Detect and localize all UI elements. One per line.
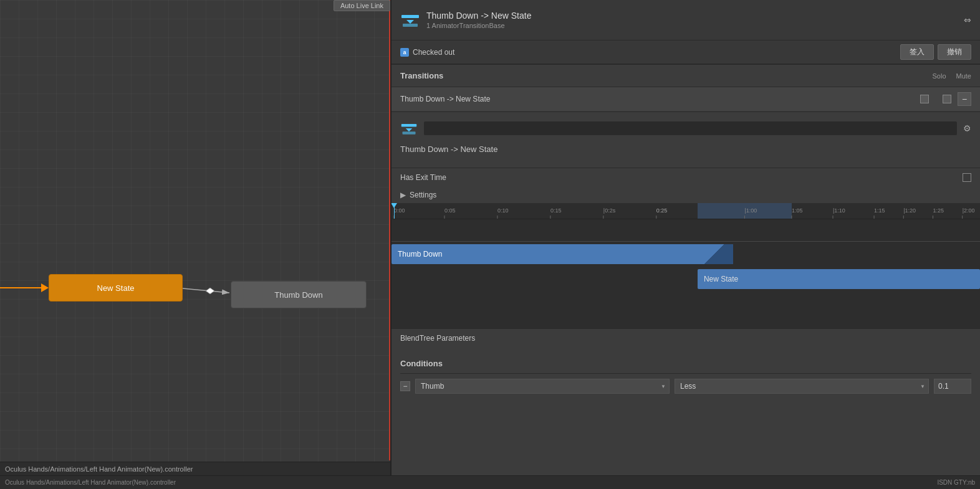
conditions-section: Conditions − Thumb Less	[392, 353, 980, 400]
transition-row-label: Thumb Down -> New State	[400, 95, 490, 103]
bottom-path: Oculus Hands/Animations/Left Hand Animat…	[5, 479, 176, 486]
svg-rect-5	[403, 24, 418, 27]
svg-rect-8	[403, 131, 416, 134]
checkout-status-icon: a	[400, 48, 409, 57]
auto-live-link-button[interactable]: Auto Live Link	[334, 0, 390, 11]
inspector-panel: Thumb Down -> New State 1 AnimatorTransi…	[392, 0, 980, 475]
settings-label: Settings	[410, 191, 436, 199]
entry-line	[0, 287, 41, 288]
transition-detail-section: ⚙ Thumb Down -> New State	[392, 112, 980, 168]
collapse-icon[interactable]: ⇔	[964, 15, 971, 25]
playhead-triangle	[392, 203, 397, 208]
timeline-content: Thumb Down New State	[392, 219, 980, 328]
new-state-block[interactable]: New State	[698, 269, 980, 289]
transitions-title: Transitions	[400, 71, 443, 80]
svg-marker-7	[406, 128, 413, 131]
transition-icon-svg	[400, 10, 420, 30]
checked-out-left: a Checked out	[400, 48, 454, 57]
animator-graph-panel: Auto Live Link	[0, 0, 392, 475]
mute-label: Mute	[956, 72, 971, 80]
transition-detail-icon	[400, 120, 418, 137]
condition-param-dropdown-wrap: Thumb	[415, 379, 670, 394]
connection-svg	[0, 0, 390, 460]
node-new-state[interactable]: New State	[49, 274, 183, 301]
timeline-guide-line	[392, 241, 980, 242]
condition-type-select[interactable]: Less	[675, 379, 929, 394]
global-bottom-bar: Oculus Hands/Animations/Left Hand Animat…	[0, 475, 980, 489]
svg-marker-4	[406, 20, 414, 24]
animator-canvas: Auto Live Link	[0, 0, 390, 460]
inspector-header-left: Thumb Down -> New State 1 AnimatorTransi…	[400, 10, 531, 30]
conditions-header: Conditions	[400, 353, 971, 374]
condition-value-input[interactable]	[934, 379, 971, 394]
has-exit-time-row: Has Exit Time	[392, 168, 980, 187]
transition-detail-label: Thumb Down -> New State	[400, 145, 971, 154]
entry-arrow	[0, 283, 49, 292]
solo-checkbox[interactable]	[920, 95, 929, 103]
remove-condition-button[interactable]: −	[400, 381, 410, 391]
checked-out-buttons: 签入 撤销	[900, 44, 971, 60]
transition-detail-header: ⚙	[400, 120, 971, 137]
svg-rect-6	[401, 124, 417, 126]
node-thumb-down[interactable]: Thumb Down	[231, 281, 367, 308]
svg-line-1	[183, 288, 229, 293]
blend-tree-title: BlendTree Parameters	[400, 334, 971, 343]
mute-checkbox[interactable]	[943, 95, 951, 103]
timeline-ruler: 0:00 0:05 0:10 0:15 |0:2s 0:25 |1:00 1:0…	[392, 203, 980, 219]
bottom-status-bar: Oculus Hands/Animations/Left Hand Animat…	[0, 462, 392, 475]
transitions-col-labels: Solo Mute	[933, 72, 972, 80]
transition-list-row[interactable]: Thumb Down -> New State −	[392, 87, 980, 112]
inspector-title: Thumb Down -> New State	[426, 11, 531, 21]
transitions-header: Transitions Solo Mute	[392, 65, 980, 87]
checked-out-bar: a Checked out 签入 撤销	[392, 40, 980, 64]
solo-label: Solo	[933, 72, 946, 80]
condition-param-select[interactable]: Thumb	[415, 379, 670, 394]
timeline-playhead[interactable]	[394, 203, 395, 219]
bottom-status: ISDN GTY:nb	[937, 479, 975, 486]
entry-arrowhead	[41, 283, 49, 292]
has-exit-time-label: Has Exit Time	[400, 173, 446, 182]
red-separator-line	[389, 0, 390, 460]
transition-name-field	[424, 121, 957, 135]
gear-icon[interactable]: ⚙	[963, 123, 971, 133]
transition-icon	[400, 10, 420, 30]
transitions-section: Transitions Solo Mute Thumb Down -> New …	[392, 65, 980, 112]
settings-expand-arrow: ▶	[400, 191, 406, 199]
svg-marker-2	[206, 288, 214, 294]
new-state-track: New State	[392, 268, 980, 290]
transition-detail-icon-svg	[400, 120, 418, 137]
thumb-down-block-label: Thumb Down	[398, 250, 442, 259]
inspector-title-group: Thumb Down -> New State 1 AnimatorTransi…	[426, 11, 531, 29]
blend-tree-section: BlendTree Parameters	[392, 328, 980, 353]
inspector-header: Thumb Down -> New State 1 AnimatorTransi…	[392, 0, 980, 40]
svg-rect-3	[401, 15, 419, 18]
thumb-down-track: Thumb Down	[392, 243, 980, 265]
block-overlap-indicator	[702, 244, 733, 264]
checked-out-label: Checked out	[413, 48, 454, 57]
transition-checkboxes	[920, 95, 951, 103]
condition-type-dropdown-wrap: Less	[675, 379, 929, 394]
inspector-subtitle: 1 AnimatorTransitionBase	[426, 22, 531, 29]
new-state-block-label: New State	[704, 275, 738, 283]
has-exit-time-checkbox[interactable]	[963, 173, 971, 182]
thumb-down-block[interactable]: Thumb Down	[392, 244, 733, 264]
condition-row: − Thumb Less	[400, 379, 971, 394]
ruler-ticks-svg	[392, 203, 980, 219]
checkin-button[interactable]: 签入	[900, 44, 934, 60]
revert-button[interactable]: 撤销	[938, 44, 971, 60]
settings-row[interactable]: ▶ Settings	[392, 187, 980, 203]
remove-transition-button[interactable]: −	[958, 92, 971, 106]
